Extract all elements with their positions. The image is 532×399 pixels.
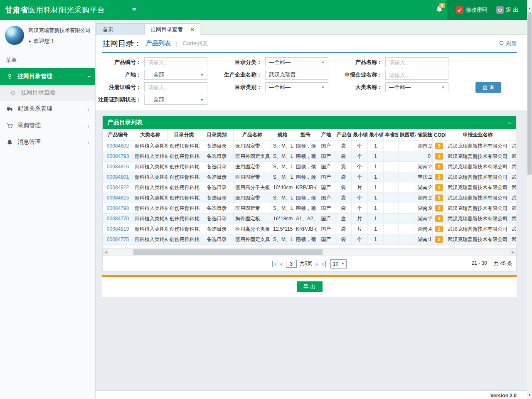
search-button[interactable]: 查 询	[475, 82, 501, 93]
app-window: 甘肃省医用耗材阳光采购平台 ≡ 0 修改密码 退 出 武汉克瑞普新技术有限公司 …	[0, 0, 532, 399]
table-cell: 备选目录	[200, 193, 234, 203]
tab-home[interactable]: 首页	[96, 23, 144, 35]
product-code-link[interactable]: 00084802	[107, 143, 129, 149]
table-row[interactable]: 00084802骨科植入类耗材创伤用骨科耗材备选目录医用固定带S、M、L围领，颈…	[103, 141, 517, 151]
table-header-row: 产品编号大类名称目录分类目录类别产品名称规格型号产地产品包装最小销售单位最小销售…	[103, 129, 517, 141]
column-header: 目录分类	[168, 129, 200, 141]
scroll-up-icon[interactable]: ▲	[527, 7, 532, 10]
tab-catalog-view[interactable]: 挂网目录查看×	[144, 23, 200, 35]
regcert-expire-select[interactable]: —全部—▼	[144, 95, 207, 105]
code-count-badge[interactable]: 3	[435, 153, 443, 160]
table-row[interactable]: 00084775骨科植入类耗材创伤用骨科耗材备选目录医用外固定支具S、M、L围领…	[103, 234, 517, 245]
product-table: 产品编号大类名称目录分类目录类别产品名称规格型号产地产品包装最小销售单位最小销售…	[103, 129, 517, 245]
product-code-link[interactable]: 00084770	[107, 216, 129, 222]
major-class-select[interactable]: —全部—▼	[385, 82, 448, 92]
last-page-button[interactable]: »	[321, 261, 326, 267]
table-cell: 国产	[317, 203, 335, 214]
code-count-badge[interactable]: 3	[435, 174, 443, 180]
table-row[interactable]: 00084793骨科植入类耗材创伤用骨科耗材备选目录医用外固定支具S、M、L围领…	[103, 151, 517, 162]
product-code-link[interactable]: 00084819	[107, 226, 129, 232]
product-catalog-panel: 产品目录列表 − 产品编号大类名称目录分类目录类别产品名称规格型号产地产品包装最…	[102, 116, 517, 272]
sidebar-item-purchase-management[interactable]: 采购管理‹	[0, 117, 95, 134]
product-code-link[interactable]: 00084793	[107, 153, 129, 159]
table-cell: 1	[368, 234, 384, 245]
hamburger-menu-icon[interactable]: ≡	[132, 0, 136, 20]
table-row[interactable]: 00084798骨科植入类耗材创伤用骨科耗材备选目录医用固定带S、M、L围领，颈…	[103, 203, 517, 214]
product-code-link[interactable]: 00084816	[107, 164, 129, 170]
prev-page-button[interactable]: «	[280, 261, 283, 267]
table-cell: 国产	[317, 162, 335, 172]
page-title: 挂网目录：	[102, 38, 142, 49]
avatar	[5, 26, 24, 45]
table-row[interactable]: 00084822骨科植入类耗材创伤用骨科耗材备选目录医用高分子夹板10*40cm…	[103, 182, 517, 193]
close-icon[interactable]: ×	[190, 26, 194, 33]
company-name: 武汉克瑞普新技术有限公司	[28, 27, 91, 34]
top-header: 甘肃省医用耗材阳光采购平台 ≡ 0 修改密码 退 出	[0, 0, 527, 20]
table-cell: 00084793	[103, 151, 133, 162]
table-cell	[399, 193, 416, 203]
code-count-badge[interactable]: 1	[435, 184, 443, 191]
table-cell	[384, 224, 399, 234]
product-code-link[interactable]: 00084775	[107, 236, 129, 242]
brand-title: 甘肃省医用耗材阳光采购平台	[5, 0, 105, 20]
code-count-badge[interactable]: 3	[435, 195, 443, 201]
product-code-link[interactable]: 00084815	[107, 195, 129, 201]
table-cell: 医用固定带	[234, 203, 271, 214]
next-page-button[interactable]: »	[315, 261, 318, 267]
code-count-badge[interactable]: 3	[435, 163, 443, 170]
table-cell: 1	[433, 224, 446, 234]
table-cell: 围领，颈	[294, 141, 317, 151]
code-count-badge[interactable]: 3	[435, 236, 443, 243]
scroll-left-icon[interactable]: ◀	[103, 249, 109, 256]
table-cell: 个	[352, 172, 368, 182]
scroll-right-icon[interactable]: ▶	[510, 249, 516, 256]
code-count-badge[interactable]: 4	[435, 215, 443, 222]
scroll-down-icon[interactable]: ▼	[527, 394, 532, 397]
subtab-code-list[interactable]: Code列表	[182, 40, 208, 47]
sidebar-item-message-management[interactable]: 消息管理‹	[0, 134, 95, 150]
chevron-left-icon: ‹	[87, 106, 89, 112]
range-label: 21 - 30	[472, 260, 487, 267]
code-count-badge[interactable]: 3	[435, 143, 443, 149]
panel-header: 产品目录列表 −	[103, 116, 516, 129]
export-button[interactable]: 导 出	[297, 281, 323, 292]
table-cell: 3	[433, 141, 446, 151]
refresh-link[interactable]: 刷新	[499, 40, 517, 47]
table-row[interactable]: 00084816骨科植入类耗材创伤用骨科耗材备选目录医用固定带S、M、L围领，颈…	[103, 162, 517, 172]
page-size-select[interactable]: 10▼	[330, 259, 347, 268]
total-pages-label: 共5页	[300, 260, 313, 267]
table-cell: 医用外固定支具	[234, 234, 271, 245]
product-code-link[interactable]: 00084801	[107, 174, 129, 180]
table-cell: 备选目录	[200, 162, 234, 172]
notifications-button[interactable]: 0	[436, 5, 443, 15]
table-cell: 医用固定带	[234, 172, 271, 182]
first-page-button[interactable]: «	[272, 261, 277, 267]
product-code-link[interactable]: 00084822	[107, 185, 129, 190]
table-cell: 胸骨固定板	[234, 214, 271, 224]
notification-count-badge: 0	[439, 3, 445, 8]
table-row[interactable]: 00084819骨科植入类耗材创伤用骨科耗材备选目录医用高分子夹板12.5*11…	[103, 224, 517, 234]
code-count-badge[interactable]: 3	[435, 205, 443, 212]
declare-company-input[interactable]	[385, 70, 448, 80]
panel-title: 产品目录列表	[108, 119, 143, 126]
table-cell: KRP/JB-(	[294, 224, 317, 234]
vscrollbar-thumb[interactable]	[527, 12, 532, 175]
table-cell: 湖南:2	[416, 162, 433, 172]
table-cell: 备选目录	[200, 203, 234, 214]
table-row[interactable]: 00084801骨科植入类耗材创伤用骨科耗材备选目录医用固定带S、M、L围领，颈…	[103, 172, 517, 182]
product-code-link[interactable]: 00084798	[107, 205, 129, 211]
product-name-input[interactable]	[385, 57, 448, 67]
code-count-badge[interactable]: 1	[435, 226, 443, 232]
logout-button[interactable]: 退 出	[496, 6, 519, 14]
change-password-button[interactable]: 修改密码	[456, 6, 488, 14]
hscrollbar-thumb[interactable]	[133, 249, 323, 255]
table-cell: 国产	[317, 193, 335, 203]
page-number-input[interactable]	[286, 260, 297, 268]
collapse-icon[interactable]: −	[507, 119, 511, 126]
table-cell: 00084815	[103, 193, 133, 203]
column-header: 最小销售单位	[352, 129, 368, 141]
table-row[interactable]: 00084815骨科植入类耗材创伤用骨科耗材备选目录医用固定带S、M、L围领，颈…	[103, 193, 517, 203]
subtab-product-list[interactable]: 产品列表	[146, 39, 171, 47]
cart-icon	[7, 123, 17, 129]
table-row[interactable]: 00084770骨科植入类耗材创伤用骨科耗材备选目录胸骨固定板16*18cmA1…	[103, 214, 517, 224]
